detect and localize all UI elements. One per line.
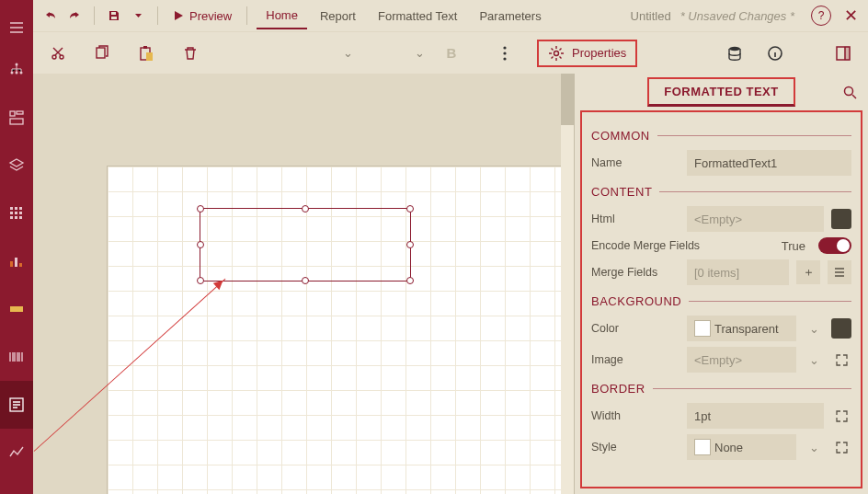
resize-handle[interactable]	[302, 205, 309, 213]
svg-rect-16	[10, 261, 13, 267]
merge-fields-field[interactable]: [0 items]	[687, 259, 789, 285]
canvas[interactable]	[33, 74, 574, 494]
hamburger-icon[interactable]	[0, 9, 33, 46]
help-icon[interactable]: ?	[811, 6, 831, 26]
info-icon[interactable]	[761, 40, 789, 67]
svg-rect-26	[146, 52, 153, 61]
resize-handle[interactable]	[197, 277, 204, 284]
paste-icon[interactable]	[132, 40, 160, 67]
scrollbar-thumb[interactable]	[561, 74, 574, 125]
vertical-scrollbar[interactable]	[561, 74, 574, 494]
label-style: Style	[591, 441, 680, 454]
more-icon[interactable]	[491, 40, 519, 67]
data-icon[interactable]	[721, 40, 748, 67]
save-icon[interactable]	[104, 6, 124, 26]
artboard[interactable]	[107, 166, 574, 494]
svg-point-31	[729, 46, 740, 50]
panel-tab-formatted-text[interactable]: FORMATTED TEXT	[647, 77, 794, 107]
line-icon[interactable]	[0, 429, 33, 477]
color-edit-button[interactable]	[831, 318, 851, 339]
label-name: Name	[591, 156, 680, 169]
name-field[interactable]: FormattedText1	[687, 150, 851, 176]
properties-label: Properties	[572, 46, 626, 60]
border-style-field[interactable]: None	[687, 434, 796, 460]
cut-icon[interactable]	[44, 40, 72, 67]
search-icon[interactable]	[843, 86, 857, 99]
tab-home[interactable]: Home	[257, 3, 307, 29]
label-width: Width	[591, 409, 680, 422]
svg-rect-10	[10, 212, 13, 214]
svg-rect-12	[19, 212, 22, 214]
barcode-icon[interactable]	[0, 333, 33, 381]
tab-formatted-text[interactable]: Formatted Text	[369, 4, 466, 29]
label-encode-merge: Encode Merge Fields	[591, 239, 774, 252]
close-icon[interactable]: ✕	[840, 6, 861, 26]
properties-button[interactable]: Properties	[537, 40, 637, 67]
html-field[interactable]: <Empty>	[687, 206, 824, 232]
tree-icon[interactable]	[0, 46, 33, 94]
gear-icon	[548, 45, 565, 62]
copy-icon[interactable]	[88, 40, 116, 67]
merge-add-button[interactable]: ＋	[796, 260, 820, 284]
expand-icon[interactable]	[831, 350, 851, 370]
bold-icon[interactable]: B	[438, 40, 465, 67]
svg-rect-5	[17, 111, 23, 114]
svg-point-28	[503, 52, 506, 54]
resize-handle[interactable]	[406, 277, 414, 284]
expand-icon[interactable]	[831, 437, 851, 457]
redo-icon[interactable]	[64, 6, 85, 26]
menubar: Preview Home Report Formatted Text Param…	[33, 0, 868, 31]
chevron-down-icon[interactable]: ⌄	[804, 434, 824, 460]
section-content: CONTENT	[591, 185, 652, 199]
svg-rect-8	[15, 207, 17, 210]
panel-toggle-icon[interactable]	[829, 40, 857, 67]
resize-handle[interactable]	[197, 241, 204, 248]
expand-icon[interactable]	[831, 406, 851, 426]
layout-icon[interactable]	[0, 94, 33, 142]
delete-icon[interactable]	[177, 40, 204, 67]
svg-point-27	[503, 46, 506, 49]
label-color: Color	[591, 322, 680, 335]
svg-point-22	[60, 55, 63, 59]
richtext-icon[interactable]	[0, 381, 33, 429]
layers-icon[interactable]	[0, 142, 33, 190]
chevron-down-icon[interactable]: ⌄	[804, 347, 824, 373]
merge-list-button[interactable]	[828, 260, 851, 284]
selected-element[interactable]	[200, 208, 411, 281]
chevron-down-icon[interactable]: ⌄	[804, 316, 824, 341]
toolbar: ⌄ ⌄ B Properties	[33, 31, 868, 74]
image-field[interactable]: <Empty>	[687, 347, 796, 373]
encode-merge-toggle[interactable]	[818, 237, 851, 254]
svg-rect-19	[10, 306, 23, 312]
save-dropdown-icon[interactable]	[128, 6, 148, 26]
label-image: Image	[591, 353, 680, 366]
resize-handle[interactable]	[406, 205, 414, 213]
label-html: Html	[591, 213, 680, 225]
preview-button[interactable]: Preview	[167, 9, 237, 23]
resize-handle[interactable]	[302, 277, 309, 284]
svg-rect-11	[15, 212, 17, 214]
font-size-select[interactable]: ⌄	[366, 40, 430, 66]
document-title: Untitled	[631, 9, 671, 23]
color-swatch	[694, 320, 711, 337]
preview-label: Preview	[189, 9, 232, 23]
html-edit-button[interactable]	[831, 209, 851, 229]
svg-rect-25	[143, 46, 147, 49]
properties-panel: FORMATTED TEXT COMMON Name FormattedText…	[574, 74, 868, 494]
svg-rect-13	[10, 216, 13, 219]
border-width-field[interactable]: 1pt	[687, 403, 824, 429]
tab-report[interactable]: Report	[311, 4, 365, 29]
resize-handle[interactable]	[406, 241, 414, 248]
undo-icon[interactable]	[40, 6, 61, 26]
grid-icon[interactable]	[0, 190, 33, 237]
svg-rect-6	[10, 119, 23, 124]
resize-handle[interactable]	[197, 205, 204, 213]
tab-parameters[interactable]: Parameters	[470, 4, 550, 29]
svg-rect-14	[15, 216, 17, 219]
chart-icon[interactable]	[0, 237, 33, 285]
section-background: BACKGROUND	[591, 294, 681, 308]
label-icon[interactable]	[0, 285, 33, 333]
font-family-select[interactable]: ⌄	[257, 40, 359, 66]
label-merge-fields: Merge Fields	[591, 266, 680, 279]
color-field[interactable]: Transparent	[687, 316, 796, 341]
